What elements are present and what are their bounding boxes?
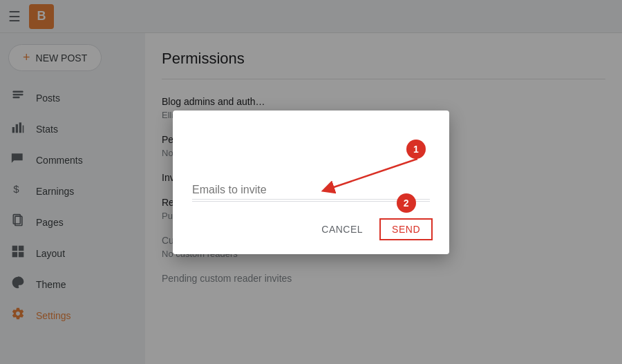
emails-input[interactable] <box>192 181 430 200</box>
modal-actions: CANCEL 2 SEND <box>189 218 433 240</box>
modal-overlay: 1 CANCEL <box>0 0 622 364</box>
cancel-button[interactable]: CANCEL <box>310 218 374 240</box>
annotation-1: 1 <box>406 140 426 159</box>
send-button[interactable]: SEND <box>379 218 433 240</box>
invite-modal: 1 CANCEL <box>173 111 449 254</box>
annotation-2: 2 <box>397 193 416 213</box>
